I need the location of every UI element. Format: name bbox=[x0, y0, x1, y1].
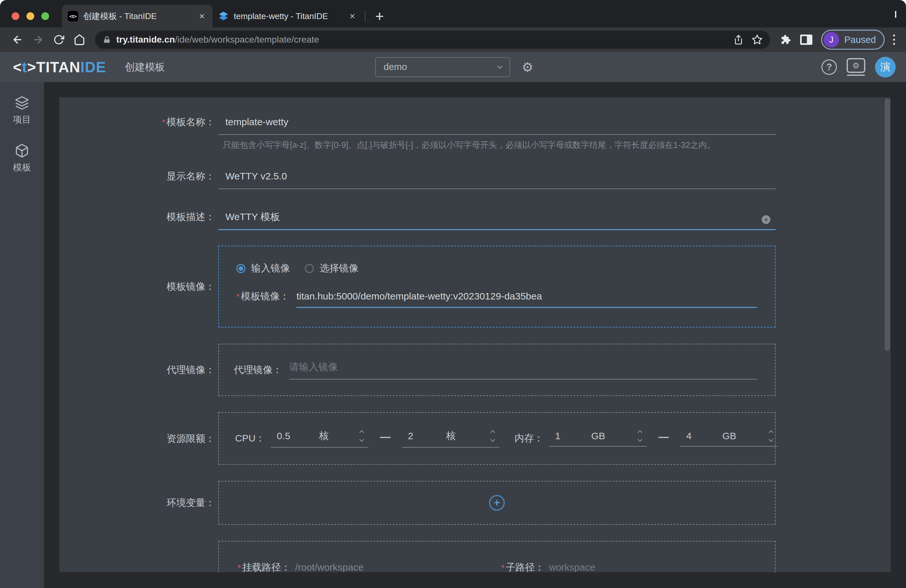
template-name-label: *模板名称： bbox=[59, 116, 218, 129]
tab-close-icon[interactable]: × bbox=[347, 11, 358, 21]
address-bar[interactable]: try.titanide.cn/ide/web/workspace/templa… bbox=[95, 31, 770, 49]
reload-icon[interactable] bbox=[51, 32, 67, 48]
sidebar-item-projects[interactable]: 项目 bbox=[13, 96, 31, 126]
browser-window: <t> 创建模板 - TitanIDE × template-wetty - T… bbox=[0, 0, 906, 588]
window-controls bbox=[0, 5, 62, 27]
url-path: /ide/web/workspace/template/create bbox=[175, 35, 319, 45]
memory-min-stepper[interactable]: 1 GB bbox=[549, 430, 647, 447]
memory-label: 内存： bbox=[514, 432, 543, 445]
tab-title: 创建模板 - TitanIDE bbox=[83, 11, 196, 22]
back-icon[interactable] bbox=[10, 32, 25, 48]
radio-select-image[interactable] bbox=[305, 264, 314, 273]
home-icon[interactable] bbox=[72, 32, 87, 48]
stepper-arrows-icon[interactable] bbox=[357, 431, 366, 441]
inner-proxy-image-label: 代理镜像： bbox=[234, 363, 282, 377]
sidebar-item-label: 项目 bbox=[13, 113, 31, 126]
env-vars-box: + bbox=[218, 481, 775, 525]
browser-menu-icon[interactable] bbox=[889, 35, 899, 45]
workspace-select-value: demo bbox=[384, 62, 498, 72]
mount-path-row: *挂载路径： /root/workspace *子路径： workspace bbox=[59, 541, 890, 572]
console-settings-icon[interactable]: ⚙ bbox=[847, 58, 865, 76]
stepper-arrows-icon[interactable] bbox=[488, 431, 497, 441]
mount-path-box: *挂载路径： /root/workspace *子路径： workspace bbox=[218, 541, 775, 572]
chevron-down-icon bbox=[497, 63, 503, 69]
profile-avatar: J bbox=[824, 32, 839, 48]
range-dash: — bbox=[658, 431, 669, 446]
template-image-input[interactable]: titan.hub:5000/demo/template-wetty:v2023… bbox=[297, 291, 757, 308]
tab-divider bbox=[365, 10, 365, 22]
mount-path-input[interactable]: /root/workspace bbox=[292, 562, 490, 572]
template-image-row: 模板镜像： 输入镜像 选择镜像 *模板镜像： titan.hub:5000/de… bbox=[59, 245, 890, 328]
memory-max-stepper[interactable]: 4 GB bbox=[680, 430, 778, 447]
template-wetty-favicon bbox=[218, 11, 229, 21]
cpu-label: CPU： bbox=[235, 432, 265, 445]
stepper-arrows-icon[interactable] bbox=[767, 431, 775, 441]
proxy-image-label: 代理镜像： bbox=[59, 363, 218, 376]
display-name-input[interactable]: WeTTY v2.5.0 bbox=[218, 170, 775, 189]
cpu-min-stepper[interactable]: 0.5 核 bbox=[271, 429, 368, 448]
env-vars-label: 环境变量： bbox=[59, 496, 218, 509]
workspace-settings-gear-icon[interactable]: ⚙ bbox=[522, 61, 533, 73]
template-name-hint: 只能包含小写字母[a-z]、数字[0-9]、点[.]与破折号[-]，必须以小写字… bbox=[218, 139, 775, 150]
sub-path-input[interactable]: workspace bbox=[546, 562, 756, 572]
clear-input-icon[interactable]: × bbox=[762, 215, 770, 224]
proxy-image-input[interactable]: 请输入镜像 bbox=[289, 360, 757, 379]
tab-title: template-wetty - TitanIDE bbox=[234, 11, 347, 21]
template-image-box: 输入镜像 选择镜像 *模板镜像： titan.hub:5000/demo/tem… bbox=[218, 245, 775, 328]
browser-toolbar: try.titanide.cn/ide/web/workspace/templa… bbox=[0, 27, 906, 52]
template-desc-row: 模板描述： WeTTY 模板 × bbox=[59, 210, 890, 230]
help-icon[interactable]: ? bbox=[821, 59, 837, 75]
sidebar-item-label: 模板 bbox=[13, 161, 31, 174]
cpu-max-stepper[interactable]: 2 核 bbox=[402, 429, 499, 448]
share-icon[interactable] bbox=[731, 32, 746, 48]
proxy-image-row: 代理镜像： 代理镜像： 请输入镜像 bbox=[59, 344, 890, 396]
create-template-form-panel: *模板名称： template-wetty 只能包含小写字母[a-z]、数字[0… bbox=[59, 97, 890, 572]
extensions-puzzle-icon[interactable] bbox=[778, 32, 793, 48]
profile-paused-label: Paused bbox=[844, 35, 876, 45]
scrollbar-thumb[interactable] bbox=[885, 99, 890, 351]
template-name-row: *模板名称： template-wetty 只能包含小写字母[a-z]、数字[0… bbox=[59, 116, 890, 150]
header-right-actions: ? ⚙ 演 bbox=[821, 57, 896, 78]
resource-limits-box: CPU： 0.5 核 — 2 核 内存： bbox=[218, 412, 775, 465]
sub-path-label: *子路径： bbox=[501, 561, 544, 572]
env-vars-row: 环境变量： + bbox=[59, 481, 890, 525]
close-window-button[interactable] bbox=[12, 12, 19, 20]
content-area: 项目 模板 *模板名称： template-wetty 只能包含 bbox=[0, 82, 906, 588]
template-name-input[interactable]: template-wetty bbox=[218, 116, 775, 135]
new-tab-button[interactable]: + bbox=[369, 5, 390, 27]
display-name-row: 显示名称： WeTTY v2.5.0 bbox=[59, 170, 890, 189]
template-desc-label: 模板描述： bbox=[59, 210, 218, 223]
tab-strip: <t> 创建模板 - TitanIDE × template-wetty - T… bbox=[0, 0, 906, 27]
template-image-label: 模板镜像： bbox=[59, 280, 218, 293]
browser-tab-template-wetty[interactable]: template-wetty - TitanIDE × bbox=[212, 5, 363, 27]
layers-icon bbox=[14, 96, 29, 110]
main-area: *模板名称： template-wetty 只能包含小写字母[a-z]、数字[0… bbox=[44, 82, 906, 588]
sidebar-item-templates[interactable]: 模板 bbox=[13, 143, 31, 174]
bookmark-star-icon[interactable] bbox=[750, 32, 765, 48]
fullscreen-window-button[interactable] bbox=[41, 12, 49, 20]
titanide-favicon: <t> bbox=[68, 11, 78, 21]
forward-icon[interactable] bbox=[30, 32, 46, 48]
tab-close-icon[interactable]: × bbox=[196, 11, 207, 21]
workspace-select[interactable]: demo bbox=[375, 57, 510, 77]
proxy-image-box: 代理镜像： 请输入镜像 bbox=[218, 344, 775, 396]
profile-paused-chip[interactable]: J Paused bbox=[821, 30, 885, 50]
range-dash: — bbox=[380, 431, 390, 446]
tab-search-chevron-icon[interactable] bbox=[895, 11, 896, 17]
radio-input-image-selected[interactable] bbox=[236, 264, 246, 273]
template-desc-input[interactable]: WeTTY 模板 × bbox=[218, 210, 775, 230]
user-avatar[interactable]: 演 bbox=[875, 57, 896, 78]
stepper-arrows-icon[interactable] bbox=[636, 431, 644, 441]
page-title: 创建模板 bbox=[125, 61, 165, 74]
browser-tab-create-template[interactable]: <t> 创建模板 - TitanIDE × bbox=[62, 5, 212, 27]
minimize-window-button[interactable] bbox=[27, 12, 34, 20]
add-env-var-button[interactable]: + bbox=[489, 495, 505, 510]
radio-input-image-label: 输入镜像 bbox=[251, 262, 290, 275]
app-header: <t>TITANIDE 创建模板 demo ⚙ ? ⚙ 演 bbox=[0, 52, 906, 82]
mount-path-label: *挂载路径： bbox=[238, 561, 290, 572]
side-panel-icon[interactable] bbox=[799, 32, 814, 48]
radio-select-image-label: 选择镜像 bbox=[320, 262, 358, 275]
url-domain: try.titanide.cn bbox=[116, 35, 175, 45]
image-mode-radio-group: 输入镜像 选择镜像 bbox=[236, 262, 757, 275]
workspace-controls: demo ⚙ bbox=[375, 52, 533, 82]
